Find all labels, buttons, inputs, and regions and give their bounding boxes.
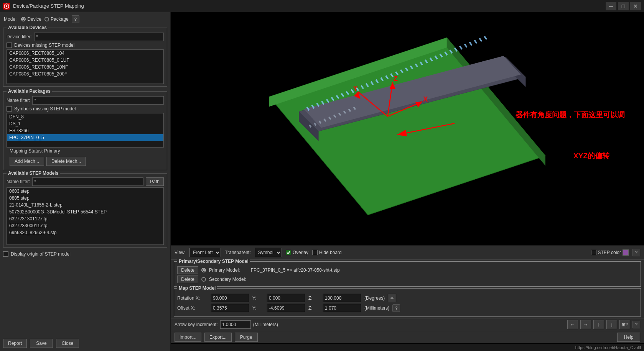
primary-label: Primary Model: [209,267,240,273]
title-bar: Device/Package STEP Mapping ─ □ ✕ [0,0,644,12]
mode-device-radio[interactable]: Device [21,16,41,22]
rotation-x-input[interactable] [211,294,249,302]
status-bar: https://blog.csdn.net/Haputa_OvollI [171,343,644,351]
device-filter-input[interactable] [34,33,164,41]
list-item[interactable]: CAP0806_RECT0805_200F [7,71,163,77]
list-item[interactable]: 507302B00000G--3DModel-STEP-56544.STEP [7,208,163,215]
delete-secondary-button[interactable]: Delete [177,276,198,283]
list-item[interactable]: CAP0806_RECT0805_104 [7,50,163,57]
display-origin-checkbox[interactable] [3,251,8,257]
3d-viewport[interactable]: Y Z X 器件有角度问题，下面这里可以调 [171,12,644,245]
step-color-swatch[interactable] [623,249,629,256]
path-button[interactable]: Path [146,177,164,186]
packages-filter-row: Name filter: [7,96,164,105]
device-radio-circle [21,17,26,21]
close-button-left[interactable]: Close [56,339,79,348]
list-item[interactable]: CAP0806_RECT0805_10NF [7,64,163,71]
maximize-button[interactable]: □ [618,2,629,10]
secondary-label: Secondary Model: [209,277,246,282]
arrow-down-button[interactable]: ↓ [606,320,617,329]
devices-list[interactable]: CAP0806_RECT0805_104 CAP0806_RECT0805_0.… [7,49,164,84]
primary-radio[interactable] [201,268,206,272]
device-filter-row: Device filter: [7,33,164,41]
import-button[interactable]: Import... [175,333,201,342]
arrow-left-button[interactable]: ← [567,320,578,329]
list-item[interactable]: 0603.step [7,188,163,195]
mode-package-radio[interactable]: Package [44,16,69,22]
list-item[interactable]: FPC_37PIN_0_5 [7,134,163,141]
arrow-increment-input[interactable] [220,320,251,329]
arrow-up-button[interactable]: ↑ [593,320,604,329]
map-help-button[interactable]: ? [392,304,400,312]
list-item[interactable]: 69h6820_826629-4.stp [7,229,163,236]
hide-board-checkbox[interactable] [312,250,318,255]
rotation-z-input[interactable] [323,294,361,302]
list-item[interactable]: DS_1 [7,120,163,127]
list-item[interactable]: DFN_8 [7,113,163,120]
primary-secondary-title: Primary/Secondary STEP Model [177,259,250,264]
action-left-buttons: Import... Export... Purge [175,333,258,342]
offset-y-label: Y: [252,305,264,311]
save-button[interactable]: Save [30,339,53,348]
close-button[interactable]: ✕ [630,2,641,10]
step-filter-input[interactable] [32,177,143,186]
packages-filter-input[interactable] [32,96,164,105]
add-mech-button[interactable]: Add Mech... [10,157,44,166]
available-packages-title: Available Packages [7,89,52,94]
purge-button[interactable]: Purge [235,333,258,342]
list-item[interactable]: ESP8266 [7,127,163,134]
delete-mech-button[interactable]: Delete Mech... [46,157,86,166]
rotation-units: (Degrees) [364,295,385,301]
devices-missing-checkbox[interactable] [7,43,12,48]
offset-z-input[interactable] [323,304,361,312]
symbols-missing-checkbox[interactable] [7,106,12,112]
list-item[interactable]: 632723130112.stp [7,215,163,222]
status-url: https://blog.csdn.net/Haputa_OvollI [575,345,641,350]
step-models-list[interactable]: 0603.step 0805.step 21-0140L_T1655-2-L.s… [7,187,164,245]
rotation-edit-button[interactable]: ✏ [388,294,396,302]
expand-button[interactable]: ⊞? [619,320,630,329]
offset-x-input[interactable] [211,304,249,312]
list-item[interactable]: CAP0806_RECT0805_0.1UF [7,57,163,64]
offset-y-input[interactable] [267,304,305,312]
secondary-radio[interactable] [201,277,206,282]
step-color-checkbox[interactable] [591,250,596,255]
view-help-button[interactable]: ? [632,249,640,256]
list-item[interactable]: 632723300011.stp [7,222,163,229]
action-right-buttons: Help [617,333,640,342]
arrow-help-button[interactable]: ? [632,321,640,328]
minimize-button[interactable]: ─ [606,2,616,10]
overlay-checkbox-row[interactable]: Overlay [286,250,308,255]
mode-help-button[interactable]: ? [72,15,79,23]
delete-primary-button[interactable]: Delete [177,266,198,274]
help-button[interactable]: Help [617,333,640,342]
overlay-checkbox[interactable] [286,250,291,255]
svg-text:X: X [423,95,428,103]
export-button[interactable]: Export... [204,333,232,342]
list-item[interactable]: 21-0140L_T1655-2-L.step [7,202,163,208]
overlay-label: Overlay [293,250,308,255]
view-select[interactable]: Front Left [189,248,221,257]
step-color-checkbox-row[interactable]: STEP color [591,249,629,256]
hide-board-checkbox-row[interactable]: Hide board [312,250,342,255]
mapping-status: Mapping Status: Primary [7,148,164,155]
transparent-select[interactable]: Symbol [255,248,282,257]
available-packages-group: Available Packages Name filter: Symbols … [3,91,167,170]
package-radio-label: Package [51,16,69,22]
offset-x-label: Offset X: [177,305,208,311]
arrow-increment-units: (Millimeters) [253,322,278,327]
device-radio-label: Device [27,16,41,22]
list-item[interactable]: 0805.step [7,195,163,202]
view-label: View: [175,250,186,255]
right-panel: Y Z X 器件有角度问题，下面这里可以调 [171,12,644,351]
app-icon [3,3,10,10]
display-origin-row: Display origin of STEP model [0,249,170,259]
primary-secondary-section: Primary/Secondary STEP Model Delete Prim… [174,261,641,287]
rotation-y-input[interactable] [267,294,305,302]
arrow-right-button[interactable]: → [580,320,591,329]
svg-text:Z: Z [394,75,398,82]
report-button[interactable]: Report [3,339,27,348]
packages-list[interactable]: DFN_8 DS_1 ESP8266 FPC_37PIN_0_5 [7,113,164,148]
arrow-increment-label: Arrow key increment: [175,322,218,327]
packages-filter-label: Name filter: [7,98,30,103]
